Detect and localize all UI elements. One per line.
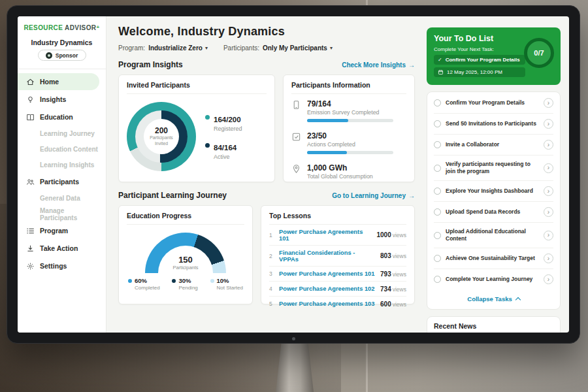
- stat-value: 1,000 GWh: [307, 163, 373, 172]
- check-icon: ✓: [438, 57, 442, 63]
- task-row[interactable]: Complete Your Learning Journey ›: [434, 269, 553, 289]
- task-row[interactable]: Explore Your Insights Dashboard ›: [434, 181, 553, 202]
- learning-journey-header: Participant Learning Journey Go to Learn…: [118, 191, 415, 200]
- stat-row: 23/50 Actions Completed: [291, 126, 406, 158]
- download-icon: [26, 244, 35, 253]
- lesson-row: 2 Financial Considerations - VPPAs 803vi…: [269, 246, 406, 267]
- stat-value: 23/50: [307, 131, 393, 140]
- checkbox[interactable]: [434, 188, 441, 195]
- chevron-right-icon[interactable]: ›: [544, 207, 553, 217]
- stat-label: Total Global Consumption: [307, 173, 373, 180]
- chevron-right-icon[interactable]: ›: [544, 253, 553, 263]
- sidebar-item-education[interactable]: Education: [18, 108, 99, 125]
- sidebar-item-participants[interactable]: Participants: [18, 173, 99, 190]
- lesson-row: 5 Power Purchase Agreements 103 600views: [269, 297, 406, 311]
- donut-legend: 164/200 Registered 84/164 Active: [205, 113, 242, 160]
- checkbox[interactable]: [434, 99, 441, 106]
- checkbox[interactable]: [434, 141, 441, 148]
- sidebar-item-learning-journey[interactable]: Learning Journey: [18, 126, 99, 141]
- sidebar-item-label: Home: [40, 78, 59, 86]
- task-row[interactable]: Upload Additional Educational Content ›: [434, 223, 553, 248]
- chevron-down-icon: ▾: [330, 45, 333, 51]
- sponsor-badge[interactable]: Sponsor: [38, 50, 86, 61]
- sidebar-item-home[interactable]: Home: [18, 73, 99, 90]
- sidebar-item-general-data[interactable]: General Data: [18, 191, 99, 206]
- chevron-right-icon[interactable]: ›: [544, 140, 553, 150]
- legend-item: 84/164 Active: [205, 141, 242, 160]
- checkbox[interactable]: [434, 255, 441, 262]
- participants-dropdown[interactable]: Only My Participants ▾: [263, 44, 333, 52]
- sidebar-item-learning-insights[interactable]: Learning Insights: [18, 157, 99, 172]
- logo-text-resource: RESOURCE: [24, 24, 63, 31]
- gauge-center-label: Participants: [127, 265, 244, 270]
- task-row[interactable]: Upload Spend Data Records ›: [434, 202, 553, 223]
- sponsor-icon: [46, 52, 52, 59]
- todo-column: Your To Do List Complete Your Next Task:…: [423, 16, 569, 333]
- progress-bar: [307, 151, 393, 154]
- lesson-link[interactable]: Financial Considerations - VPPAs: [279, 250, 376, 263]
- actions-check-icon: [291, 132, 301, 142]
- sidebar-item-education-content[interactable]: Education Content: [18, 142, 99, 157]
- lesson-link[interactable]: Power Purchase Agreements 102: [279, 286, 376, 292]
- gauge-legend: 60% Completed 30% Pending 10% Not Starte…: [127, 277, 244, 291]
- chevron-right-icon[interactable]: ›: [544, 274, 553, 284]
- lesson-link[interactable]: Power Purchase Agreements 103: [279, 301, 376, 307]
- book-icon: [26, 113, 35, 122]
- checkbox[interactable]: [434, 165, 441, 172]
- go-to-learning-journey-link[interactable]: Go to Learning Journey →: [332, 192, 415, 199]
- learning-card-row: Education Progress 150 Participants 60% …: [118, 205, 415, 304]
- legend-dot: [210, 279, 214, 283]
- legend-item: 60% Completed: [128, 277, 160, 291]
- checkbox[interactable]: [434, 232, 441, 239]
- due-date: 12 May 2025, 12:00 PM: [447, 69, 502, 75]
- sidebar-item-settings[interactable]: Settings: [18, 257, 99, 274]
- page-title: Welcome, Industry Dynamics: [118, 25, 415, 39]
- chevron-right-icon[interactable]: ›: [544, 186, 553, 196]
- check-more-insights-link[interactable]: Check More Insights →: [342, 61, 415, 69]
- program-dropdown[interactable]: Industrialize Zero ▾: [148, 44, 208, 52]
- lesson-link[interactable]: Power Purchase Agreements 101: [279, 229, 372, 242]
- todo-progress-ring: 0/7: [524, 38, 554, 68]
- logo-plus: +: [96, 24, 99, 30]
- task-row[interactable]: Invite a Collaborator ›: [434, 135, 553, 155]
- lesson-row: 3 Power Purchase Agreements 101 793views: [269, 267, 406, 282]
- collapse-tasks-button[interactable]: Collapse Tasks: [434, 289, 553, 308]
- checkbox[interactable]: [434, 120, 441, 127]
- sidebar-item-program[interactable]: Program: [18, 222, 99, 239]
- gear-icon: [26, 262, 35, 270]
- checkbox[interactable]: [434, 208, 441, 216]
- sidebar-item-manage-participants[interactable]: Manage Participants: [18, 206, 99, 221]
- invited-donut-chart: 200 Participants Invited: [127, 102, 196, 171]
- lesson-link[interactable]: Power Purchase Agreements 101: [279, 270, 376, 277]
- sidebar-item-take-action[interactable]: Take Action: [18, 240, 99, 257]
- chevron-right-icon[interactable]: ›: [544, 231, 553, 240]
- monitor-stand: [276, 338, 314, 392]
- task-row[interactable]: Send 50 Invitations to Participants ›: [434, 114, 553, 135]
- legend-item: 10% Not Started: [210, 277, 243, 291]
- chevron-down-icon: ▾: [205, 45, 208, 51]
- chevron-right-icon[interactable]: ›: [544, 119, 553, 129]
- task-row[interactable]: Verify participants requesting to join t…: [434, 155, 553, 181]
- legend-dot: [128, 279, 132, 283]
- chevron-up-icon: [515, 297, 520, 302]
- chevron-right-icon[interactable]: ›: [544, 163, 553, 173]
- location-pin-icon: [291, 164, 301, 174]
- sidebar-item-insights[interactable]: Insights: [18, 91, 99, 108]
- participants-filter: Participants: Only My Participants ▾: [223, 44, 333, 52]
- arrow-right-icon: →: [408, 61, 415, 69]
- next-task-pill[interactable]: ✓ Confirm Your Program Details: [434, 55, 525, 65]
- sidebar-item-label: Education: [40, 113, 73, 121]
- monitor-bezel: RESOURCE ADVISOR+ Industry Dynamics Spon…: [7, 5, 580, 344]
- dashboard-screen: RESOURCE ADVISOR+ Industry Dynamics Spon…: [18, 16, 569, 333]
- program-filter-label: Program:: [118, 44, 145, 52]
- checkbox[interactable]: [434, 276, 441, 283]
- chevron-right-icon[interactable]: ›: [544, 98, 553, 108]
- stat-row: 79/164 Emission Survey Completed: [291, 94, 406, 126]
- arrow-right-icon: →: [408, 192, 415, 199]
- task-row[interactable]: Achieve One Sustainability Target ›: [434, 248, 553, 269]
- section-title: Participant Learning Journey: [118, 191, 227, 200]
- sidebar-item-label: Program: [40, 227, 68, 235]
- lesson-row: 4 Power Purchase Agreements 102 734views: [269, 282, 406, 297]
- main-content: Welcome, Industry Dynamics Program: Indu…: [106, 16, 423, 333]
- task-row[interactable]: Confirm Your Program Details ›: [434, 93, 553, 114]
